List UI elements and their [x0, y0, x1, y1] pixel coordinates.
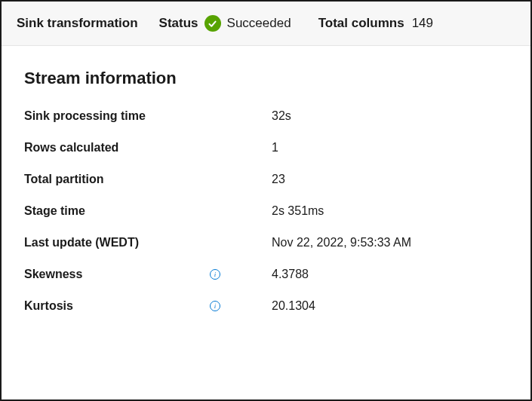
info-label-wrap: Kurtosisi [24, 299, 251, 313]
status-label: Status [159, 16, 198, 31]
section-title: Stream information [24, 69, 508, 88]
info-label: Kurtosis [24, 299, 73, 313]
content-area: Stream information Sink processing time3… [2, 46, 530, 346]
info-label-wrap: Rows calculated [24, 141, 251, 155]
info-value: Nov 22, 2022, 9:53:33 AM [251, 236, 411, 249]
info-label-wrap: Sink processing time [24, 109, 251, 123]
info-label: Rows calculated [24, 141, 118, 155]
info-icon[interactable]: i [210, 301, 220, 311]
info-value: 4.3788 [251, 268, 309, 281]
info-row: Sink processing time32s [24, 109, 508, 123]
total-columns-group: Total columns 149 [318, 16, 433, 31]
info-label-wrap: Total partition [24, 173, 251, 186]
transformation-label: Sink transformation [17, 16, 138, 31]
status-header: Sink transformation Status Succeeded Tot… [2, 2, 530, 46]
info-list: Sink processing time32sRows calculated1T… [24, 109, 508, 313]
info-icon[interactable]: i [210, 269, 220, 280]
info-row: Last update (WEDT)Nov 22, 2022, 9:53:33 … [24, 236, 508, 249]
info-label-wrap: Stage time [24, 204, 251, 218]
info-value: 32s [251, 109, 291, 123]
info-row: Skewnessi4.3788 [24, 268, 508, 281]
info-value: 1 [251, 141, 278, 155]
info-value: 20.1304 [251, 299, 315, 313]
total-columns-value: 149 [412, 16, 433, 31]
info-row: Stage time2s 351ms [24, 204, 508, 218]
info-label-wrap: Last update (WEDT) [24, 236, 251, 249]
info-value: 23 [251, 173, 285, 186]
info-label: Stage time [24, 204, 85, 218]
success-check-icon [204, 15, 221, 32]
info-row: Total partition23 [24, 173, 508, 186]
info-label-wrap: Skewnessi [24, 268, 251, 281]
total-columns-label: Total columns [318, 16, 404, 31]
info-label: Sink processing time [24, 109, 146, 123]
status-value: Succeeded [227, 16, 291, 31]
info-value: 2s 351ms [251, 204, 324, 218]
info-label: Total partition [24, 173, 103, 186]
info-label: Skewness [24, 268, 82, 281]
info-row: Kurtosisi20.1304 [24, 299, 508, 313]
status-group: Status Succeeded [159, 15, 291, 32]
info-label: Last update (WEDT) [24, 236, 139, 249]
info-row: Rows calculated1 [24, 141, 508, 155]
